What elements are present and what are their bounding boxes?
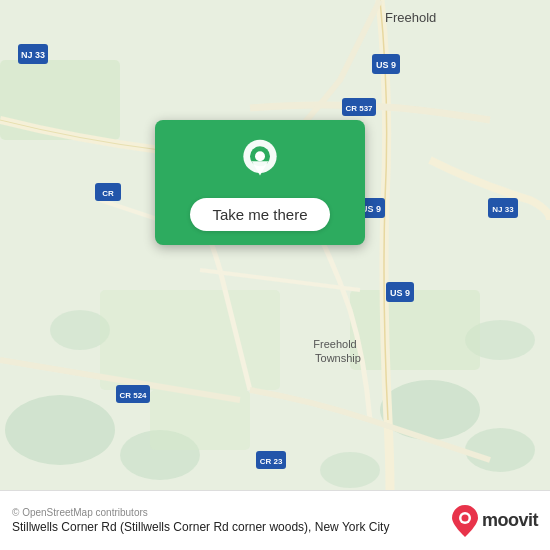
svg-text:NJ 33: NJ 33: [21, 50, 45, 60]
moovit-brand-text: moovit: [482, 510, 538, 531]
svg-text:US 9: US 9: [376, 60, 396, 70]
moovit-pin-icon: [452, 505, 478, 537]
map-area: Freehold US 9 NJ 33 CR 537 NJ 33 US 9 CR…: [0, 0, 550, 490]
take-me-there-button[interactable]: Take me there: [190, 198, 329, 231]
svg-point-5: [320, 452, 380, 488]
svg-text:NJ 33: NJ 33: [492, 205, 514, 214]
svg-text:Freehold: Freehold: [313, 338, 356, 350]
svg-point-36: [255, 151, 265, 161]
svg-text:CR 537: CR 537: [345, 104, 373, 113]
location-title: Stillwells Corner Rd (Stillwells Corner …: [12, 520, 452, 534]
svg-text:US 9: US 9: [390, 288, 410, 298]
location-pin-icon: [235, 138, 285, 188]
svg-text:CR 524: CR 524: [119, 391, 147, 400]
svg-rect-9: [350, 290, 480, 370]
svg-text:CR 23: CR 23: [260, 457, 283, 466]
svg-point-39: [461, 514, 468, 521]
moovit-logo: moovit: [452, 505, 538, 537]
svg-point-1: [5, 395, 115, 465]
bottom-left-info: © OpenStreetMap contributors Stillwells …: [12, 507, 452, 534]
svg-text:Freehold: Freehold: [385, 10, 436, 25]
svg-point-4: [465, 428, 535, 472]
svg-text:CR: CR: [102, 189, 114, 198]
svg-rect-10: [100, 290, 280, 390]
copyright-text: © OpenStreetMap contributors: [12, 507, 452, 518]
location-card: Take me there: [155, 120, 365, 245]
bottom-bar: © OpenStreetMap contributors Stillwells …: [0, 490, 550, 550]
svg-text:Township: Township: [315, 352, 361, 364]
